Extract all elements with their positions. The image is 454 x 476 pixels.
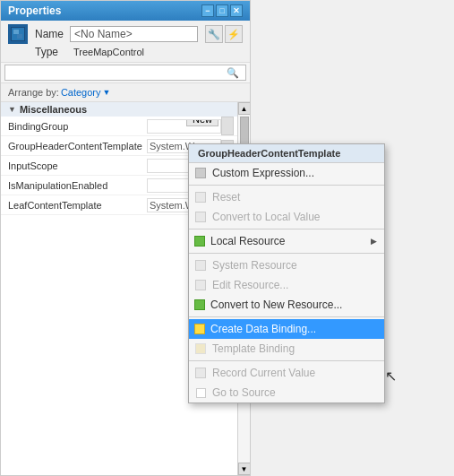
ctx-item-record-current: Record Current Value	[189, 363, 384, 383]
table-row: BindingGroup New	[1, 117, 237, 136]
arrange-label: Arrange by:	[8, 87, 59, 98]
cursor-indicator: ↖	[385, 368, 445, 467]
name-row: Name <No Name> 🔧 ⚡	[8, 24, 243, 44]
ctx-label: Reset	[212, 191, 377, 203]
ctx-label: System Resource	[212, 259, 377, 272]
ctx-separator	[189, 185, 384, 186]
arrange-dropdown[interactable]: Category	[61, 87, 101, 98]
ctx-label: Create Data Binding...	[210, 323, 377, 335]
name-field: Name <No Name>	[35, 26, 198, 42]
ctx-item-local-resource[interactable]: Local Resource ▶	[189, 231, 384, 251]
prop-name: InputScope	[8, 160, 147, 171]
expand-icon[interactable]: ▼	[8, 105, 16, 114]
panel-header: Name <No Name> 🔧 ⚡ Type TreeMapControl	[1, 21, 250, 63]
category-header: ▼ Miscellaneous	[1, 102, 237, 117]
ctx-separator	[189, 253, 384, 254]
ctx-item-create-data-binding[interactable]: Create Data Binding...	[189, 319, 384, 339]
name-label: Name	[35, 28, 66, 40]
ctx-separator	[189, 360, 384, 361]
ctx-label: Record Current Value	[212, 367, 377, 379]
category-label: Miscellaneous	[20, 104, 87, 115]
ctx-label: Convert to New Resource...	[210, 299, 377, 311]
prop-marker-icon[interactable]	[221, 117, 234, 135]
ctx-label: Local Resource	[210, 235, 365, 247]
ctx-icon-local-resource	[194, 236, 205, 247]
ctx-icon-record-current	[194, 367, 207, 379]
scroll-down-button[interactable]: ▼	[238, 463, 251, 475]
ctx-icon-go-to-source	[194, 386, 207, 399]
prop-name: IsManipulationEnabled	[8, 180, 147, 191]
search-wrapper: 🔍	[4, 65, 246, 81]
close-button[interactable]: ✕	[230, 4, 243, 17]
ctx-item-template-binding: Template Binding	[189, 339, 384, 359]
context-menu: GroupHeaderContentTemplate Custom Expres…	[188, 143, 385, 403]
prop-value-bindingroup: New	[147, 119, 221, 134]
type-label: Type	[35, 46, 66, 58]
ctx-item-go-to-source: Go to Source	[189, 383, 384, 402]
ctx-icon-edit-resource	[194, 279, 207, 291]
title-bar: Properties − □ ✕	[1, 1, 250, 21]
scroll-up-button[interactable]: ▲	[238, 102, 251, 115]
ctx-item-convert-new-resource[interactable]: Convert to New Resource...	[189, 295, 384, 315]
type-row: Type TreeMapControl	[8, 46, 243, 58]
context-menu-header: GroupHeaderContentTemplate	[189, 144, 384, 163]
arrange-bar: Arrange by: Category ▼	[1, 83, 250, 102]
search-icon: 🔍	[225, 65, 241, 81]
title-bar-buttons: − □ ✕	[201, 4, 243, 17]
ctx-label: Convert to Local Value	[212, 211, 377, 223]
panel-title: Properties	[8, 4, 61, 17]
ctx-label: Template Binding	[212, 342, 377, 355]
maximize-button[interactable]: □	[216, 4, 228, 17]
ctx-icon-convert-new-resource	[194, 299, 205, 310]
ctx-separator	[189, 229, 384, 229]
ctx-icon-template-binding	[194, 342, 207, 355]
control-icon-inner	[11, 27, 25, 41]
ctx-arrow-icon: ▶	[371, 237, 377, 246]
ctx-label: Go to Source	[212, 386, 377, 399]
ctx-icon-convert-local	[194, 211, 207, 223]
arrange-chevron-icon[interactable]: ▼	[103, 88, 111, 97]
ctx-label: Edit Resource...	[212, 279, 377, 291]
ctx-separator	[189, 316, 384, 317]
type-value: TreeMapControl	[73, 47, 144, 57]
ctx-label: Custom Expression...	[212, 167, 377, 179]
lightning-icon[interactable]: ⚡	[225, 25, 243, 43]
ctx-item-convert-local: Convert to Local Value	[189, 207, 384, 227]
search-input[interactable]	[4, 65, 246, 81]
search-row: 🔍	[1, 63, 250, 83]
prop-name: GroupHeaderContentTemplate	[8, 141, 147, 151]
prop-name: BindingGroup	[8, 121, 147, 132]
ctx-icon-reset	[194, 191, 207, 203]
ctx-item-system-resource: System Resource	[189, 255, 384, 275]
ctx-icon-system-resource	[194, 259, 207, 272]
prop-name: LeafContentTemplate	[8, 200, 147, 211]
ctx-icon-create-data-binding	[194, 324, 205, 334]
pin-button[interactable]: −	[201, 4, 214, 17]
control-icon	[8, 24, 28, 44]
new-button[interactable]: New	[186, 119, 218, 126]
name-value[interactable]: <No Name>	[70, 26, 198, 42]
header-icons: 🔧 ⚡	[205, 25, 243, 43]
ctx-item-custom-expression[interactable]: Custom Expression...	[189, 163, 384, 183]
ctx-item-reset: Reset	[189, 187, 384, 207]
wrench-icon[interactable]: 🔧	[205, 25, 223, 43]
ctx-item-edit-resource: Edit Resource...	[189, 275, 384, 295]
ctx-icon-custom	[194, 167, 207, 179]
